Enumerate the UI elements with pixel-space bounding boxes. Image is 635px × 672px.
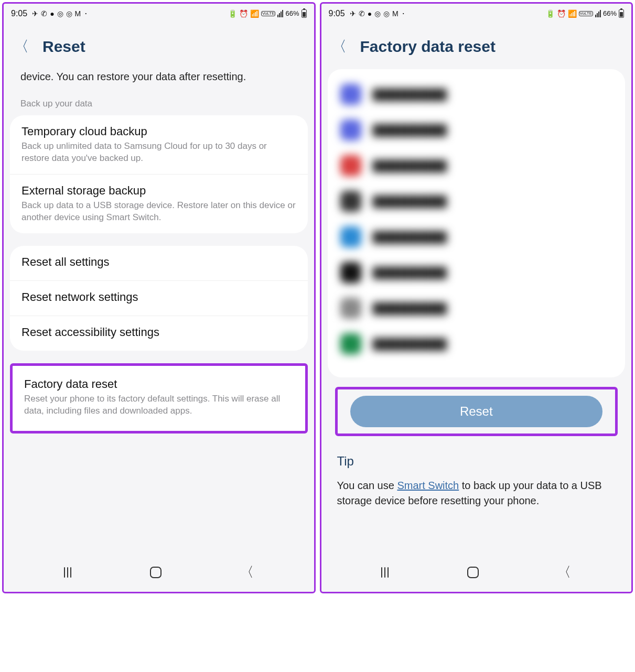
home-button[interactable] <box>150 567 162 578</box>
app-row: ██████████ <box>328 219 626 255</box>
item-title: Reset accessibility settings <box>21 326 296 339</box>
telegram-icon: ✈ <box>350 9 356 18</box>
battery-icon <box>619 9 624 18</box>
app-label: ██████████ <box>373 231 447 243</box>
more-icon: · <box>84 8 87 19</box>
app-icon <box>340 120 361 140</box>
tip-heading: Tip <box>337 454 616 469</box>
item-title: Factory data reset <box>24 377 294 391</box>
app-row: ██████████ <box>328 148 626 183</box>
status-time: 9:05 <box>329 9 345 18</box>
instagram-icon: ◎ <box>57 9 63 18</box>
app-icon <box>340 155 361 176</box>
tip-text: You can use Smart Switch to back up your… <box>337 478 616 508</box>
gmail-icon: M <box>392 9 399 18</box>
reset-accessibility-settings[interactable]: Reset accessibility settings <box>10 316 308 351</box>
app-icon <box>340 191 361 212</box>
volte-icon: VoLTE <box>261 11 275 16</box>
battery-pct: 66% <box>603 9 617 17</box>
app-icon <box>340 333 361 354</box>
app-label: ██████████ <box>373 338 447 350</box>
item-desc: Back up data to a USB storage device. Re… <box>21 200 296 224</box>
apps-list-card: ████████████████████████████████████████… <box>328 69 626 377</box>
app-label: ██████████ <box>373 124 447 136</box>
app-row: ██████████ <box>328 290 626 326</box>
recents-button[interactable] <box>381 567 389 578</box>
signal-icon <box>277 10 283 17</box>
app-label: ██████████ <box>373 160 447 172</box>
smart-switch-link[interactable]: Smart Switch <box>397 480 459 491</box>
battery-saver-icon: 🔋 <box>228 9 237 18</box>
app-row: ██████████ <box>328 112 626 148</box>
item-title: External storage backup <box>21 184 296 198</box>
home-button[interactable] <box>467 567 479 578</box>
signal-icon <box>595 10 601 17</box>
page-title: Factory data reset <box>360 38 496 56</box>
tip-section: Tip You can use Smart Switch to back up … <box>325 454 629 508</box>
intro-text: device. You can restore your data after … <box>7 69 311 94</box>
tip-before: You can use <box>337 480 397 491</box>
app-label: ██████████ <box>373 302 447 315</box>
page-title: Reset <box>42 38 85 56</box>
item-desc: Back up unlimited data to Samsung Cloud … <box>21 140 296 165</box>
reset-button[interactable]: Reset <box>350 396 603 427</box>
wifi-icon: 📶 <box>250 9 259 18</box>
alarm-icon: ⏰ <box>239 9 248 18</box>
back-nav-button[interactable]: 〈 <box>557 563 571 581</box>
battery-saver-icon: 🔋 <box>546 9 555 18</box>
reset-options-card: Reset all settings Reset network setting… <box>10 246 308 351</box>
factory-data-reset[interactable]: Factory data reset Reset your phone to i… <box>10 363 308 433</box>
recents-button[interactable] <box>64 567 71 578</box>
reset-all-settings[interactable]: Reset all settings <box>10 246 308 280</box>
backup-section-label: Back up your data <box>7 94 311 115</box>
temporary-cloud-backup[interactable]: Temporary cloud backup Back up unlimited… <box>10 115 308 174</box>
screen-body: device. You can restore your data after … <box>4 69 314 554</box>
app-label: ██████████ <box>373 267 447 279</box>
app-label: ██████████ <box>373 196 447 208</box>
page-header: 〈 Factory data reset <box>321 21 632 69</box>
app-row: ██████████ <box>328 326 626 362</box>
whatsapp-icon: ✆ <box>359 9 365 18</box>
app-row: ██████████ <box>328 77 626 112</box>
status-right: 🔋 ⏰ 📶 VoLTE 66% <box>228 9 306 18</box>
app-label: ██████████ <box>373 89 447 101</box>
status-left: 9:05 ✈ ✆ ● ◎ ◎ M · <box>11 8 87 19</box>
navigation-bar: 〈 <box>4 554 314 592</box>
status-left: 9:05 ✈ ✆ ● ◎ ◎ M · <box>329 8 405 19</box>
chat-icon: ● <box>50 9 54 18</box>
gmail-icon: M <box>75 9 81 18</box>
status-time: 9:05 <box>11 9 27 18</box>
app-icon <box>340 262 361 283</box>
app-row: ██████████ <box>328 183 626 219</box>
instagram-icon: ◎ <box>374 9 381 18</box>
back-button[interactable]: 〈 <box>332 37 347 57</box>
app-icon <box>340 226 361 247</box>
more-icon: · <box>402 8 405 19</box>
back-nav-button[interactable]: 〈 <box>240 563 254 581</box>
item-title: Reset network settings <box>21 290 296 304</box>
threads-icon: ◎ <box>383 9 390 18</box>
phone-screenshot-left: 9:05 ✈ ✆ ● ◎ ◎ M · 🔋 ⏰ 📶 VoLTE 66% 〈 Res… <box>2 2 316 593</box>
whatsapp-icon: ✆ <box>41 9 47 18</box>
item-title: Temporary cloud backup <box>21 125 296 138</box>
back-button[interactable]: 〈 <box>14 37 29 57</box>
app-icon <box>340 84 361 105</box>
screen-body: ████████████████████████████████████████… <box>321 69 632 554</box>
reset-button-highlight: Reset <box>335 387 618 436</box>
external-storage-backup[interactable]: External storage backup Back up data to … <box>10 174 308 233</box>
page-header: 〈 Reset <box>4 21 314 69</box>
battery-pct: 66% <box>285 9 299 17</box>
backup-card: Temporary cloud backup Back up unlimited… <box>10 115 308 233</box>
app-icon <box>340 298 361 319</box>
battery-icon <box>302 9 307 18</box>
volte-icon: VoLTE <box>579 11 593 16</box>
reset-network-settings[interactable]: Reset network settings <box>10 280 308 316</box>
item-desc: Reset your phone to its factory default … <box>24 393 294 417</box>
navigation-bar: 〈 <box>321 554 632 592</box>
status-right: 🔋 ⏰ 📶 VoLTE 66% <box>546 9 624 18</box>
alarm-icon: ⏰ <box>557 9 566 18</box>
phone-screenshot-right: 9:05 ✈ ✆ ● ◎ ◎ M · 🔋 ⏰ 📶 VoLTE 66% 〈 Fac… <box>320 2 633 593</box>
chat-icon: ● <box>368 9 372 18</box>
item-title: Reset all settings <box>21 255 296 269</box>
threads-icon: ◎ <box>66 9 72 18</box>
